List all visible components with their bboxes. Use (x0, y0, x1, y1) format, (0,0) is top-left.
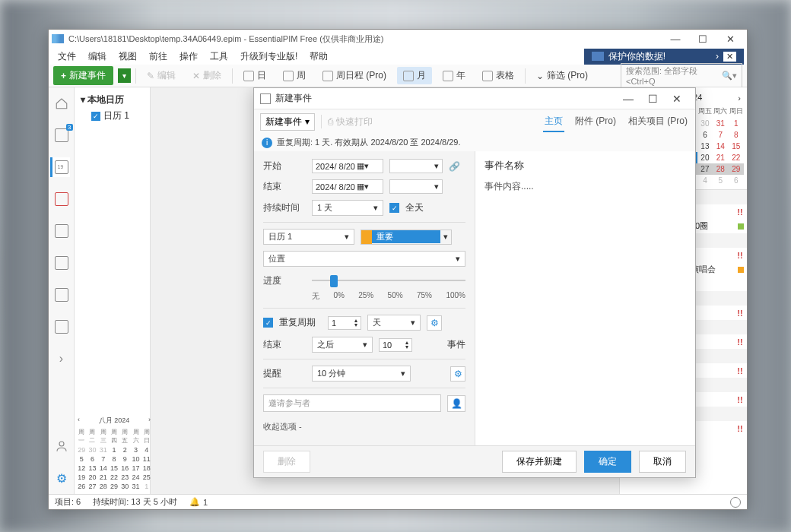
link-icon[interactable]: 🔗 (449, 161, 461, 172)
view-month[interactable]: 月 (397, 67, 432, 84)
location-input[interactable]: 位置▾ (263, 251, 465, 267)
promo-banner[interactable]: 保护你的数据! › ✕ (584, 49, 744, 65)
end-time-input[interactable]: ▾ (389, 179, 443, 194)
view-year[interactable]: 年 (437, 67, 472, 84)
view-table[interactable]: 表格 (476, 67, 520, 84)
nav-tasks[interactable] (52, 189, 71, 209)
menu-view[interactable]: 视图 (113, 49, 143, 65)
nav-more[interactable]: › (52, 349, 71, 369)
dialog-preview: 事件名称 事件内容..... (475, 151, 695, 445)
save-and-new-button[interactable]: 保存并新建 (502, 451, 577, 473)
chevron-down-icon: ▾ (456, 254, 460, 264)
invite-browse-button[interactable]: 👤 (447, 395, 465, 412)
chevron-down-icon: ▾ (305, 116, 310, 127)
progress-slider[interactable] (312, 273, 465, 288)
chevron-down-icon: ▾ (411, 318, 415, 328)
gear-icon: ⚙ (430, 318, 439, 328)
main-window: C:\Users\18181\Desktop\temp.34A06449.epi… (48, 29, 748, 510)
delete-event-button[interactable]: 删除 (263, 451, 310, 473)
label-progress: 进度 (263, 274, 306, 287)
bell-icon: 🔔 (189, 497, 200, 507)
dialog-form: 开始 2024/ 8/20▦▾ ▾ 🔗 结束 2024/ 8/20▦▾ ▾ 持续… (254, 151, 475, 445)
quick-print-button[interactable]: ⎙快速打印 (328, 116, 373, 128)
menu-file[interactable]: 文件 (52, 49, 82, 65)
next-month-icon[interactable]: › (738, 93, 741, 103)
recend-select[interactable]: 之后▾ (312, 337, 373, 353)
mini-calendar-left[interactable]: ‹八月 2024› 周一周二周三周四周五周六周日 293031123456789… (76, 414, 152, 491)
nav-trash[interactable] (52, 317, 71, 337)
recend-count-input[interactable]: 10▴▾ (379, 338, 412, 352)
duration-select[interactable]: 1 天▾ (312, 200, 383, 216)
cancel-button[interactable]: 取消 (639, 451, 686, 473)
recur-unit-select[interactable]: 天▾ (367, 315, 421, 331)
search-input[interactable]: 搜索范围: 全部字段 <Ctrl+Q🔍▾ (621, 63, 742, 88)
allday-checkbox[interactable]: ✓ (389, 203, 399, 213)
remind-select[interactable]: 10 分钟▾ (312, 366, 411, 382)
nav-user[interactable] (52, 436, 71, 456)
view-day[interactable]: 日 (237, 67, 272, 84)
globe-icon[interactable] (730, 497, 741, 508)
key-icon (55, 288, 68, 302)
tree-calendar-1[interactable]: ✓日历 1 (79, 108, 145, 124)
label-recur: 重复周期 (279, 316, 322, 329)
nav-home[interactable] (52, 93, 71, 113)
print-icon: ⎙ (328, 116, 333, 127)
dialog-maximize[interactable]: ☐ (640, 93, 665, 105)
calendar-select[interactable]: 日历 1▾ (263, 229, 354, 245)
prev-month-icon[interactable]: ‹ (78, 416, 80, 426)
event-title-field[interactable]: 事件名称 (484, 159, 686, 173)
menu-action[interactable]: 操作 (173, 49, 204, 65)
calendar-icon (322, 71, 333, 81)
contact-icon (55, 256, 68, 270)
calendar-icon (283, 71, 294, 81)
tab-main[interactable]: 主页 (543, 112, 564, 132)
dialog-close[interactable]: ✕ (665, 93, 689, 105)
menu-upgrade[interactable]: 升级到专业版! (234, 49, 303, 65)
menu-go[interactable]: 前往 (143, 49, 173, 65)
recur-settings-button[interactable]: ⚙ (427, 315, 442, 331)
chevron-down-icon: ▾ (363, 340, 367, 350)
start-date-input[interactable]: 2024/ 8/20▦▾ (312, 159, 383, 173)
event-type-select[interactable]: 新建事件▾ (260, 113, 315, 131)
collapse-options[interactable]: 收起选项 - (263, 418, 465, 435)
nav-notes[interactable] (52, 221, 71, 241)
tree-root[interactable]: ▾ 本地日历 (79, 92, 145, 108)
menu-help[interactable]: 帮助 (303, 49, 334, 65)
maximize-button[interactable]: ☐ (689, 30, 716, 47)
view-week[interactable]: 周 (277, 67, 312, 84)
nav-settings[interactable]: ⚙ (52, 468, 71, 488)
menu-edit[interactable]: 编辑 (82, 49, 113, 65)
invite-input[interactable]: 邀请参与者 (263, 394, 441, 412)
checkbox-icon[interactable]: ✓ (91, 112, 100, 121)
window-title: C:\Users\18181\Desktop\temp.34A06449.epi… (68, 33, 662, 45)
new-event-dropdown[interactable]: ▾ (118, 68, 131, 83)
svg-point-0 (59, 442, 64, 446)
remind-settings-button[interactable]: ⚙ (450, 366, 465, 382)
nav-mail[interactable]: 3 (52, 125, 71, 145)
event-content-field[interactable]: 事件内容..... (484, 180, 686, 193)
filter-button[interactable]: ⌄筛选 (Pro) (530, 67, 594, 84)
tab-related[interactable]: 相关项目 (Pro) (627, 112, 689, 132)
minimize-button[interactable]: — (662, 30, 689, 47)
end-date-input[interactable]: 2024/ 8/20▦▾ (312, 179, 383, 194)
menu-tools[interactable]: 工具 (204, 49, 234, 65)
nav-calendar[interactable]: 19 (50, 157, 70, 177)
ok-button[interactable]: 确定 (584, 451, 631, 473)
banner-close[interactable]: ✕ (723, 52, 736, 62)
new-event-button[interactable]: +新建事件 (53, 66, 113, 85)
nav-contacts[interactable] (52, 253, 71, 273)
priority-select[interactable]: 重要▾ (361, 230, 452, 245)
edit-button[interactable]: ✎编辑 (141, 67, 182, 84)
recur-count-input[interactable]: 1▴▾ (328, 316, 361, 330)
nav-passwords[interactable] (52, 285, 71, 305)
dialog-minimize[interactable]: — (616, 93, 640, 105)
close-button[interactable]: ✕ (716, 30, 744, 47)
status-reminders[interactable]: 🔔1 (189, 497, 208, 507)
x-icon: ✕ (192, 71, 200, 81)
start-time-input[interactable]: ▾ (389, 159, 443, 173)
recur-checkbox[interactable]: ✓ (263, 318, 273, 328)
delete-button[interactable]: ✕删除 (186, 67, 227, 84)
chevron-down-icon: ▾ (401, 369, 405, 378)
view-agenda[interactable]: 周日程 (Pro) (316, 67, 392, 84)
tab-attachments[interactable]: 附件 (Pro) (573, 112, 618, 132)
